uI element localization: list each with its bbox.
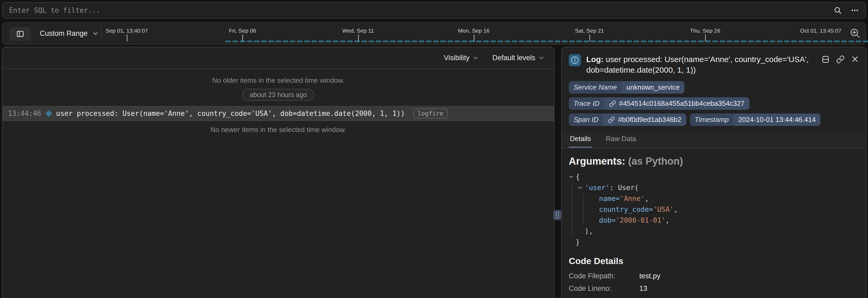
timeline-date-label: Sat, Sep 21: [575, 28, 604, 34]
code-line: ),: [569, 226, 859, 236]
code-detail-value: 13: [639, 285, 859, 293]
code-token: : User(: [610, 184, 639, 192]
code-token: ,: [645, 195, 649, 203]
detail-title-message: user processed: User(name='Anne', countr…: [586, 55, 809, 74]
log-level-diamond-icon: [45, 110, 52, 117]
timeline-tick: [243, 34, 243, 41]
timeline-date-label: Wed, Sep 11: [342, 28, 374, 34]
code-detail-label: Code Filepath:: [569, 272, 639, 280]
metadata-badges: Service Nameunknown_serviceTrace ID#4545…: [562, 75, 866, 126]
badge-service-name: Service Nameunknown_service: [569, 81, 684, 94]
timeline-date-label: Sep 01, 13:40:07: [105, 28, 148, 34]
badge-label: Trace ID: [569, 97, 604, 110]
badge-label: Timestamp: [690, 113, 734, 126]
chevron-down-icon: [92, 30, 99, 37]
code-details-heading: Code Details: [569, 256, 859, 266]
code-token: 'user': [585, 184, 610, 192]
detail-header: Log: user processed: User(name='Anne', c…: [562, 47, 866, 75]
code-token: ,: [674, 205, 678, 213]
badge-value: 2024-10-01 13:44:46.414: [734, 113, 820, 126]
log-list-header: Visibility Default levels: [3, 47, 554, 69]
reader-view-icon[interactable]: [821, 55, 830, 64]
code-line: country_code='USA',: [569, 204, 859, 215]
code-line: name='Anne',: [569, 193, 859, 204]
arguments-code-tree: {'user': User(name='Anne',country_code='…: [569, 171, 859, 247]
code-token: {: [576, 173, 580, 181]
default-levels-dropdown[interactable]: Default levels: [492, 54, 545, 62]
detail-content: Arguments: (as Python) {'user': User(nam…: [562, 148, 866, 298]
badge-label: Service Name: [569, 81, 622, 94]
code-token: 'USA': [653, 205, 674, 213]
sql-filter-input[interactable]: [9, 6, 834, 14]
timeline-tick: [474, 34, 474, 41]
time-range-label: Custom Range: [40, 29, 88, 38]
log-detail-panel: Log: user processed: User(name='Anne', c…: [561, 47, 866, 298]
collapse-chevron-icon[interactable]: [569, 171, 576, 182]
code-token: '2000-01-01': [616, 216, 665, 224]
timeline-bar: Custom Range Sep 01, 13:40:07Fri, Sep 06…: [2, 22, 866, 44]
timeline-span-dashes: [225, 40, 868, 42]
code-token: dob=: [599, 216, 616, 224]
code-token: }: [576, 238, 580, 246]
detail-title: Log: user processed: User(name='Anne', c…: [586, 54, 816, 75]
panel-resize-handle[interactable]: [553, 210, 561, 220]
badge-label: Span ID: [569, 113, 603, 126]
timeline-tick: [127, 34, 127, 41]
copy-link-icon[interactable]: [836, 55, 845, 64]
no-older-items-note: No older items in the selected time wind…: [3, 76, 554, 85]
code-details-grid: Code Filepath:test.pyCode Lineno:13: [569, 272, 859, 293]
chevron-down-icon: [538, 55, 545, 61]
timeline-date-label: Thu, Sep 26: [690, 28, 720, 34]
search-icon[interactable]: [834, 6, 842, 14]
detail-tabs: DetailsRaw Data: [562, 132, 866, 148]
log-timestamp: 13:44:46: [8, 109, 41, 118]
log-row-selected[interactable]: 13:44:46 user processed: User(name='Anne…: [3, 106, 554, 121]
timeline-track[interactable]: Sep 01, 13:40:07Fri, Sep 06Wed, Sep 11Mo…: [101, 23, 844, 44]
visibility-dropdown[interactable]: Visibility: [444, 54, 478, 62]
time-range-selector[interactable]: Custom Range: [40, 23, 99, 44]
code-token: name=: [599, 195, 620, 203]
code-line: {: [569, 171, 859, 182]
code-token: 'Anne': [620, 195, 645, 203]
code-line: }: [569, 236, 859, 247]
sidebar-toggle-button[interactable]: [9, 27, 31, 41]
info-icon: [569, 54, 581, 66]
no-newer-items-note: No newer items in the selected time wind…: [3, 126, 554, 134]
default-levels-dropdown-label: Default levels: [492, 54, 535, 62]
log-tag-badge: logfire: [413, 108, 447, 119]
link-icon: [608, 117, 615, 123]
timeline-tick: [589, 34, 590, 41]
badge-value: unknown_service: [622, 81, 684, 94]
sql-filter-bar: [2, 2, 866, 19]
code-detail-label: Code Lineno:: [569, 285, 639, 293]
badge-span-id[interactable]: Span ID#b0f0d9ed1ab346b2: [569, 113, 686, 126]
code-detail-value: test.py: [639, 272, 859, 280]
grip-dots-icon: [556, 212, 559, 218]
code-line: 'user': User(: [569, 182, 859, 193]
badge-trace-id[interactable]: Trace ID#454514c0168a455a51bb4ceba354c32…: [569, 97, 749, 110]
arguments-heading-text: Arguments:: [569, 156, 625, 167]
collapse-chevron-icon[interactable]: [578, 183, 585, 193]
arguments-heading-sub: (as Python): [628, 156, 683, 167]
badge-value: #b0f0d9ed1ab346b2: [603, 113, 686, 126]
timeline-date-label: Oct 01, 13:45:07: [800, 28, 841, 34]
timeline-tick: [358, 34, 359, 41]
arguments-heading: Arguments: (as Python): [569, 156, 859, 167]
tab-raw-data[interactable]: Raw Data: [604, 132, 637, 148]
code-token: country_code=: [599, 205, 653, 213]
code-token: ),: [585, 227, 593, 235]
timeline-date-label: Fri, Sep 06: [229, 28, 256, 34]
visibility-dropdown-label: Visibility: [444, 54, 469, 62]
relative-time-chip: about 23 hours ago: [242, 89, 314, 101]
more-options-icon[interactable]: [850, 6, 859, 14]
timeline-tick: [705, 34, 706, 41]
badge-value: #454514c0168a455a51bb4ceba354c327: [604, 97, 749, 110]
code-line: dob='2000-01-01',: [569, 215, 859, 226]
log-list-panel: Visibility Default levels No older items…: [2, 47, 554, 298]
zoom-in-icon[interactable]: [849, 28, 861, 39]
link-icon: [609, 100, 616, 107]
badge-timestamp: Timestamp2024-10-01 13:44:46.414: [690, 113, 820, 126]
chevron-down-icon: [473, 55, 478, 61]
tab-details[interactable]: Details: [569, 132, 592, 148]
close-icon[interactable]: [851, 55, 859, 63]
